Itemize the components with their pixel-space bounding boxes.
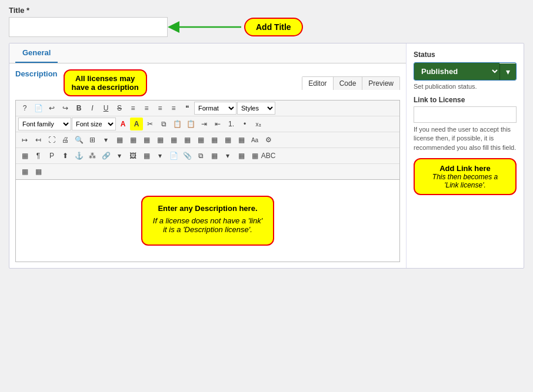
status-row: Published ▾ (414, 62, 517, 81)
format-select[interactable]: Format (194, 102, 236, 115)
settings-btn[interactable]: ⚙ (262, 133, 275, 146)
t7-btn[interactable]: ▦ (194, 133, 207, 146)
toolbar-row-1: ? 📄 ↩ ↪ B I U S ≡ ≡ ≡ ≡ ❝ Fo (16, 100, 399, 116)
tabs-row: General (9, 43, 406, 63)
editor-tabs: Editor Code Preview (302, 76, 400, 90)
paste-btn[interactable]: 📋 (171, 118, 184, 130)
font-color-btn[interactable]: A (116, 118, 129, 130)
title-input[interactable] (9, 17, 168, 37)
ol-btn[interactable]: 1. (225, 118, 238, 130)
add-link-line1: Add Link here (422, 164, 508, 173)
editor-body[interactable]: Enter any Description here. If a license… (15, 180, 400, 262)
r6-btn[interactable]: ▦ (248, 149, 261, 162)
align-center-btn[interactable]: ≡ (140, 102, 153, 115)
title-section: Title * Add Title (9, 6, 524, 37)
special-btn[interactable]: ⁂ (86, 149, 99, 162)
editor-toolbar: ? 📄 ↩ ↪ B I U S ≡ ≡ ≡ ≡ ❝ Fo (15, 100, 400, 180)
t3-btn[interactable]: ▦ (140, 133, 153, 146)
redo-btn[interactable]: ↪ (59, 102, 72, 115)
underline-btn[interactable]: U (99, 102, 112, 115)
editor-section: Description All licenses may have a desc… (9, 63, 406, 268)
find-btn[interactable]: 🔍 (72, 133, 85, 146)
link-label: Link to License (414, 96, 517, 104)
desc-callout-line1: Enter any Description here. (153, 204, 262, 213)
tab-editor[interactable]: Editor (302, 77, 333, 90)
table-menu-btn[interactable]: ▾ (99, 133, 112, 146)
link-menu-btn[interactable]: ▾ (113, 149, 126, 162)
t2-btn[interactable]: ▦ (126, 133, 139, 146)
font-bg-btn[interactable]: A (130, 118, 143, 130)
left-panel: General Description All licenses may hav… (9, 43, 406, 268)
blockquote-btn[interactable]: ❝ (181, 102, 194, 115)
tab-preview[interactable]: Preview (362, 77, 399, 90)
license-callout-line2: have a description (72, 83, 139, 92)
undo-btn[interactable]: ↩ (45, 102, 58, 115)
green-arrow-icon (168, 18, 244, 36)
desc-and-callout: Description All licenses may have a desc… (15, 69, 147, 96)
clip-btn[interactable]: 📎 (181, 149, 194, 162)
r8-btn[interactable]: ▦ (32, 165, 45, 178)
ltr-btn[interactable]: ↦ (18, 133, 31, 146)
r3-btn[interactable]: P (45, 149, 58, 162)
set-pub-text: Set publication status. (414, 83, 517, 90)
desc-callout-line2: If a license does not have a 'link' it i… (153, 216, 262, 234)
ul-btn[interactable]: • (238, 118, 251, 130)
table-btn[interactable]: ⊞ (86, 133, 99, 146)
cut-btn[interactable]: ✂ (144, 118, 156, 130)
align-justify-btn[interactable]: ≡ (167, 102, 180, 115)
tab-code[interactable]: Code (334, 77, 363, 90)
help-btn[interactable]: ? (18, 102, 31, 115)
anchor-btn[interactable]: ⚓ (72, 149, 85, 162)
align-left-btn[interactable]: ≡ (126, 102, 139, 115)
cols-btn[interactable]: ▦ (208, 149, 221, 162)
r4-btn[interactable]: ⬆ (59, 149, 72, 162)
r1-btn[interactable]: ▦ (18, 149, 31, 162)
image-btn[interactable]: 🖼 (126, 149, 139, 162)
t8-btn[interactable]: ▦ (208, 133, 221, 146)
link-btn[interactable]: 🔗 (99, 149, 112, 162)
fullscreen-btn[interactable]: ⛶ (45, 133, 58, 146)
rtl-btn[interactable]: ↤ (32, 133, 45, 146)
print-btn[interactable]: 🖨 (59, 133, 72, 146)
media-menu-btn[interactable]: ▾ (154, 149, 166, 162)
r7-btn[interactable]: ▦ (18, 165, 31, 178)
r5-btn[interactable]: ▦ (235, 149, 248, 162)
paste-text-btn[interactable]: 📋 (184, 118, 197, 130)
t6-btn[interactable]: ▦ (181, 133, 194, 146)
tab-general[interactable]: General (15, 43, 58, 63)
t9-btn[interactable]: ▦ (221, 133, 234, 146)
r2-btn[interactable]: ¶ (32, 149, 45, 162)
bold-btn[interactable]: B (72, 102, 85, 115)
align-right-btn[interactable]: ≡ (154, 102, 166, 115)
embed-btn[interactable]: ⧉ (194, 149, 207, 162)
outdent-btn[interactable]: ⇤ (211, 118, 224, 130)
toolbar-row-2: Font family Font size A A ✂ ⧉ 📋 📋 ⇥ ⇤ (16, 116, 399, 132)
t4-btn[interactable]: ▦ (154, 133, 166, 146)
file-btn[interactable]: 📄 (167, 149, 180, 162)
indent-btn[interactable]: ⇥ (198, 118, 211, 130)
spell-btn[interactable]: ABC (262, 149, 275, 162)
font-family-select[interactable]: Font family (18, 118, 71, 130)
cols-menu-btn[interactable]: ▾ (221, 149, 234, 162)
styles-select[interactable]: Styles (237, 102, 275, 115)
subscript-btn[interactable]: x₂ (252, 118, 265, 130)
italic-btn[interactable]: I (86, 102, 99, 115)
t10-btn[interactable]: ▦ (235, 133, 248, 146)
add-link-line2: This then becomes a 'Link license'. (422, 173, 508, 189)
license-callout: All licenses may have a description (64, 69, 147, 96)
status-select[interactable]: Published (414, 63, 499, 80)
strike-btn[interactable]: S (113, 102, 126, 115)
link-input[interactable] (414, 106, 517, 123)
status-label: Status (414, 51, 517, 59)
toolbar-row-3: ↦ ↤ ⛶ 🖨 🔍 ⊞ ▾ ▦ ▦ ▦ ▦ ▦ ▦ ▦ ▦ (16, 132, 399, 148)
copy-btn[interactable]: ⧉ (157, 118, 170, 130)
t11-btn[interactable]: Aa (248, 133, 261, 146)
t1-btn[interactable]: ▦ (113, 133, 126, 146)
status-dropdown-btn[interactable]: ▾ (499, 63, 516, 80)
t5-btn[interactable]: ▦ (167, 133, 180, 146)
main-content: General Description All licenses may hav… (9, 43, 524, 269)
media-btn[interactable]: ▦ (140, 149, 153, 162)
new-doc-btn[interactable]: 📄 (32, 102, 45, 115)
add-link-callout: Add Link here This then becomes a 'Link … (414, 158, 517, 195)
font-size-select[interactable]: Font size (72, 118, 116, 130)
